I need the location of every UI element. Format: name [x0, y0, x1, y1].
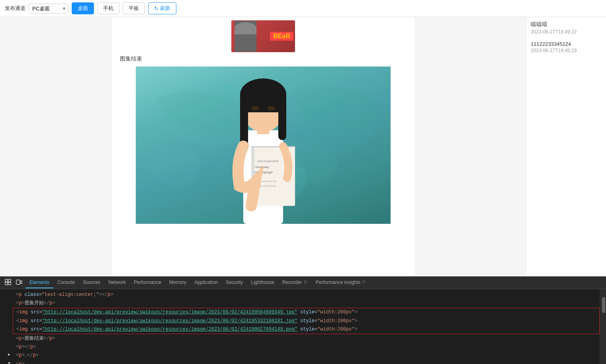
main-area: BEaR 图集结束 — [0, 17, 606, 276]
svg-point-3 — [152, 146, 199, 186]
publish-channel-label: 发布通道 — [5, 5, 25, 12]
toolbar: 发布通道 PC桌面 桌面 手机 平板 ↻ 刷新 — [0, 0, 606, 17]
channel-select[interactable]: PC桌面 — [29, 4, 68, 14]
thumb-person — [235, 21, 256, 52]
top-thumb-area: BEaR — [120, 20, 407, 52]
device-icon-btn[interactable] — [14, 276, 24, 289]
desktop-btn[interactable]: 桌面 — [72, 2, 94, 14]
right-sidebar: 嘻嘻嘻 2023-06-27T18:49:22 11122233345124 2… — [526, 17, 606, 276]
devtools-line-6[interactable]: ▼ <p> — [0, 360, 600, 364]
scroll-thumb — [602, 297, 605, 313]
devtools-line-5[interactable]: ▶ <p>…</p> — [0, 351, 600, 360]
devtools-line-4[interactable]: <p></p> — [0, 343, 600, 351]
svg-rect-21 — [5, 279, 8, 282]
svg-rect-22 — [8, 279, 11, 282]
tab-recorder[interactable]: Recorder ⚐ — [278, 277, 312, 288]
tab-sources[interactable]: Sources — [79, 277, 104, 288]
tab-security[interactable]: Security — [222, 277, 247, 288]
sidebar-timestamp-2: 2023-06-27T18:45:29 — [531, 48, 602, 53]
tablet-btn[interactable]: 平板 — [123, 2, 145, 14]
sidebar-timestamp-1: 2023-06-27T18:49:22 — [531, 29, 602, 35]
sidebar-item-1: 嘻嘻嘻 2023-06-27T18:49:22 — [531, 21, 602, 35]
tab-performance[interactable]: Performance — [130, 277, 165, 288]
tab-application[interactable]: Application — [190, 277, 222, 288]
tab-performance-insights[interactable]: Performance insights ⚐ — [312, 277, 370, 288]
main-image: and Expanded! Vocabulary ody Language! •… — [136, 67, 391, 224]
tab-elements[interactable]: Elements — [25, 277, 53, 288]
channel-select-wrapper[interactable]: PC桌面 — [29, 4, 68, 14]
devtools-line-3[interactable]: <p>图集结束</p> — [0, 335, 600, 343]
preview-with-sidebar: BEaR 图集结束 — [0, 17, 606, 276]
svg-rect-26 — [20, 281, 22, 284]
sidebar-item-2: 11122233345124 2023-06-27T18:45:29 — [531, 41, 602, 53]
svg-rect-23 — [5, 282, 8, 285]
tab-console[interactable]: Console — [53, 277, 79, 288]
devtools-main: <p class="text-align:center;"></p> <p>图集… — [0, 289, 600, 364]
devtools-scrollbar[interactable] — [600, 289, 606, 364]
refresh-btn[interactable]: ↻ 刷新 — [148, 2, 176, 14]
top-thumbnail: BEaR — [231, 20, 295, 52]
person-figure: and Expanded! Vocabulary ody Language! •… — [211, 67, 315, 224]
highlighted-img-group: <img src="http://localhost/dev-api/previ… — [13, 308, 600, 334]
svg-rect-10 — [242, 92, 284, 112]
svg-point-12 — [267, 106, 275, 111]
devtools-panel: Elements Console Sources Network Perform… — [0, 276, 606, 364]
devtools-line-1[interactable]: <p class="text-align:center;"></p> — [0, 291, 600, 299]
sidebar-username: 嘻嘻嘻 — [531, 21, 602, 28]
mobile-btn[interactable]: 手机 — [97, 2, 119, 14]
svg-text:and Expanded!: and Expanded! — [257, 159, 279, 163]
tab-lighthouse[interactable]: Lighthouse — [247, 277, 278, 288]
devtools-line-img3[interactable]: <img src="http://localhost/dev-api/previ… — [13, 325, 599, 334]
devtools-line-img1[interactable]: <img src="http://localhost/dev-api/previ… — [13, 308, 599, 317]
tab-memory[interactable]: Memory — [165, 277, 190, 288]
devtools-line-img2[interactable]: <img src="http://localhost/dev-api/previ… — [13, 317, 599, 325]
svg-point-11 — [251, 106, 259, 111]
refresh-icon: ↻ — [154, 6, 158, 12]
bear-badge: BEaR — [270, 32, 293, 41]
tab-network[interactable]: Network — [104, 277, 130, 288]
inspect-icon-btn[interactable] — [3, 276, 13, 289]
image-end-label: 图集结束 — [120, 55, 407, 63]
svg-rect-25 — [16, 280, 20, 284]
devtools-tabs: Elements Console Sources Network Perform… — [0, 276, 606, 289]
devtools-line-2[interactable]: <p>图集开始</p> — [0, 299, 600, 307]
svg-rect-24 — [8, 282, 11, 285]
svg-rect-20 — [251, 146, 295, 147]
devtools-scrollbar-area: <p class="text-align:center;"></p> <p>图集… — [0, 289, 606, 364]
preview-inner: BEaR 图集结束 — [112, 17, 414, 276]
devtools-content[interactable]: <p class="text-align:center;"></p> <p>图集… — [0, 289, 600, 364]
sidebar-id: 11122233345124 — [531, 41, 602, 47]
preview-scroll[interactable]: BEaR 图集结束 — [0, 17, 526, 276]
